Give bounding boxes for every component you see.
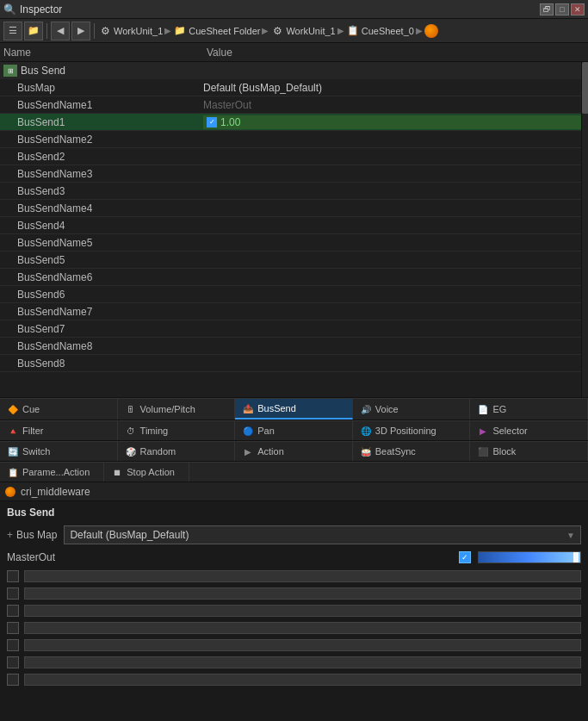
tab-selector[interactable]: ▶ Selector bbox=[470, 421, 588, 440]
prop-name-bussend3: BusSend3 bbox=[10, 185, 203, 197]
tab-cue[interactable]: 🔶 Cue bbox=[0, 399, 118, 420]
prop-name-bussendname5: BusSendName5 bbox=[10, 237, 203, 249]
slider-row-8 bbox=[7, 674, 581, 686]
breadcrumb-cuesheet[interactable]: 📋 CueSheet_0 bbox=[346, 24, 414, 38]
beatsync-icon: 🥁 bbox=[360, 445, 372, 457]
slider-handle bbox=[573, 552, 579, 563]
tab-random-label: Random bbox=[140, 446, 176, 457]
close-button[interactable]: ✕ bbox=[571, 3, 585, 16]
breadcrumb-folder[interactable]: 📁 CueSheet Folder bbox=[173, 24, 260, 38]
slider-6-bar[interactable] bbox=[24, 639, 581, 651]
tab-volume[interactable]: 🎚 Volume/Pitch bbox=[118, 399, 236, 420]
slider-3-bar[interactable] bbox=[24, 587, 581, 600]
tab-pan-label: Pan bbox=[257, 426, 275, 436]
bus-map-dropdown[interactable]: Default (BusMap_Default) ▼ bbox=[64, 525, 581, 544]
back-button[interactable]: ◀ bbox=[51, 22, 70, 40]
bussend1-check: ✓ bbox=[207, 117, 217, 127]
tab-parameaction-label: Parame...Action bbox=[22, 467, 90, 477]
tab-voice[interactable]: 🔊 Voice bbox=[353, 399, 471, 420]
tab-parameaction[interactable]: 📋 Parame...Action bbox=[0, 463, 104, 482]
prop-row-bussend5[interactable]: BusSend5 bbox=[0, 252, 588, 269]
slider-2-bar[interactable] bbox=[24, 570, 581, 582]
slider-7-bar[interactable] bbox=[24, 656, 581, 668]
maximize-button[interactable]: □ bbox=[555, 3, 569, 16]
col-value-header: Value bbox=[207, 47, 232, 59]
slider-8-bar[interactable] bbox=[24, 674, 581, 686]
main-container: 🔍 Inspector 🗗 □ ✕ ☰ 📁 ◀ ▶ ⚙ WorkUnit_1 ▶… bbox=[0, 0, 588, 721]
prop-row-bussend7[interactable]: BusSend7 bbox=[0, 320, 588, 338]
bus-map-row: + Bus Map Default (BusMap_Default) ▼ bbox=[0, 522, 588, 548]
parameaction-icon: 📋 bbox=[7, 466, 19, 478]
bottom-panel: cri_middleware Bus Send + Bus Map Defaul… bbox=[0, 482, 588, 721]
tab-stopaction[interactable]: ⏹ Stop Action bbox=[104, 463, 189, 482]
title-bar: 🔍 Inspector 🗗 □ ✕ bbox=[0, 0, 588, 19]
tab-stopaction-label: Stop Action bbox=[127, 467, 175, 477]
tab-switch-label: Switch bbox=[22, 446, 50, 457]
folder-button[interactable]: 📁 bbox=[24, 22, 43, 40]
prop-row-bussendname6[interactable]: BusSendName6 bbox=[0, 269, 588, 286]
middleware-bar: cri_middleware bbox=[0, 482, 588, 501]
timing-icon: ⏱ bbox=[125, 425, 137, 437]
bussend-icon: 📤 bbox=[242, 402, 254, 414]
tab-filter[interactable]: 🔺 Filter bbox=[0, 421, 118, 440]
scrollbar-track[interactable] bbox=[581, 62, 588, 397]
slider-3-checkbox[interactable] bbox=[7, 587, 19, 600]
slider-5-bar[interactable] bbox=[24, 622, 581, 634]
tab-action-label: Action bbox=[257, 446, 284, 457]
prop-row-bussend8[interactable]: BusSend8 bbox=[0, 355, 588, 372]
slider-6-checkbox[interactable] bbox=[7, 639, 19, 651]
slider-2-checkbox[interactable] bbox=[7, 570, 19, 582]
forward-button[interactable]: ▶ bbox=[71, 22, 90, 40]
slider-8-checkbox[interactable] bbox=[7, 674, 19, 686]
pan-icon: 🔵 bbox=[242, 425, 254, 437]
prop-row-busmap[interactable]: BusMap Default (BusMap_Default) bbox=[0, 79, 588, 96]
tab-3dpos-label: 3D Positioning bbox=[375, 426, 436, 436]
prop-row-bussend6[interactable]: BusSend6 bbox=[0, 286, 588, 303]
tab-eg[interactable]: 📄 EG bbox=[470, 399, 588, 420]
prop-row-bussendname3[interactable]: BusSendName3 bbox=[0, 165, 588, 183]
plus-icon: + bbox=[7, 529, 13, 541]
prop-row-bussendname4[interactable]: BusSendName4 bbox=[0, 200, 588, 217]
menu-button[interactable]: ☰ bbox=[3, 22, 22, 40]
slider-4-checkbox[interactable] bbox=[7, 605, 19, 617]
tab-pan[interactable]: 🔵 Pan bbox=[235, 421, 353, 440]
breadcrumb-workunit2[interactable]: ⚙ WorkUnit_1 bbox=[270, 24, 335, 38]
tab-cue-label: Cue bbox=[22, 404, 40, 414]
group-label: Bus Send bbox=[21, 65, 65, 77]
masterout-slider[interactable] bbox=[478, 551, 581, 563]
prop-name-bussend4: BusSend4 bbox=[10, 220, 203, 232]
tab-bussend[interactable]: 📤 BusSend bbox=[235, 399, 353, 420]
tab-timing[interactable]: ⏱ Timing bbox=[118, 421, 236, 440]
tab-3dpos[interactable]: 🌐 3D Positioning bbox=[353, 421, 471, 440]
column-headers: Name Value bbox=[0, 43, 588, 62]
bus-send-group-header[interactable]: ⊞ Bus Send bbox=[0, 62, 588, 79]
app-icon: 🔍 bbox=[3, 3, 16, 16]
tab-random[interactable]: 🎲 Random bbox=[118, 442, 236, 461]
prop-row-bussendname8[interactable]: BusSendName8 bbox=[0, 338, 588, 355]
scrollbar-thumb[interactable] bbox=[582, 62, 588, 114]
masterout-checkbox[interactable]: ✓ bbox=[459, 551, 471, 563]
prop-row-bussendname5[interactable]: BusSendName5 bbox=[0, 234, 588, 252]
prop-row-bussend2[interactable]: BusSend2 bbox=[0, 148, 588, 165]
tab-filter-label: Filter bbox=[22, 426, 43, 436]
tab-block[interactable]: ⬛ Block bbox=[470, 442, 588, 461]
prop-row-bussendname1[interactable]: BusSendName1 MasterOut bbox=[0, 96, 588, 114]
prop-row-bussend1[interactable]: BusSend1 ✓ 1.00 bbox=[0, 114, 588, 131]
prop-row-bussendname2[interactable]: BusSendName2 bbox=[0, 131, 588, 148]
property-panel[interactable]: ⊞ Bus Send BusMap Default (BusMap_Defaul… bbox=[0, 62, 588, 398]
slider-5-checkbox[interactable] bbox=[7, 622, 19, 634]
tab-switch[interactable]: 🔄 Switch bbox=[0, 442, 118, 461]
prop-name-bussendname2: BusSendName2 bbox=[10, 134, 203, 146]
slider-7-checkbox[interactable] bbox=[7, 656, 19, 668]
prop-row-bussendname7[interactable]: BusSendName7 bbox=[0, 303, 588, 320]
prop-name-bussendname8: BusSendName8 bbox=[10, 340, 203, 352]
prop-row-bussend4[interactable]: BusSend4 bbox=[0, 217, 588, 234]
tab-selector-label: Selector bbox=[492, 426, 527, 436]
slider-4-bar[interactable] bbox=[24, 605, 581, 617]
tab-action[interactable]: ▶ Action bbox=[235, 442, 353, 461]
prop-row-bussend3[interactable]: BusSend3 bbox=[0, 183, 588, 200]
minimize-button[interactable]: 🗗 bbox=[540, 3, 554, 16]
tab-beatsync[interactable]: 🥁 BeatSync bbox=[353, 442, 471, 461]
breadcrumb-workunit1[interactable]: ⚙ WorkUnit_1 bbox=[98, 24, 163, 38]
masterout-label: MasterOut bbox=[7, 551, 452, 563]
